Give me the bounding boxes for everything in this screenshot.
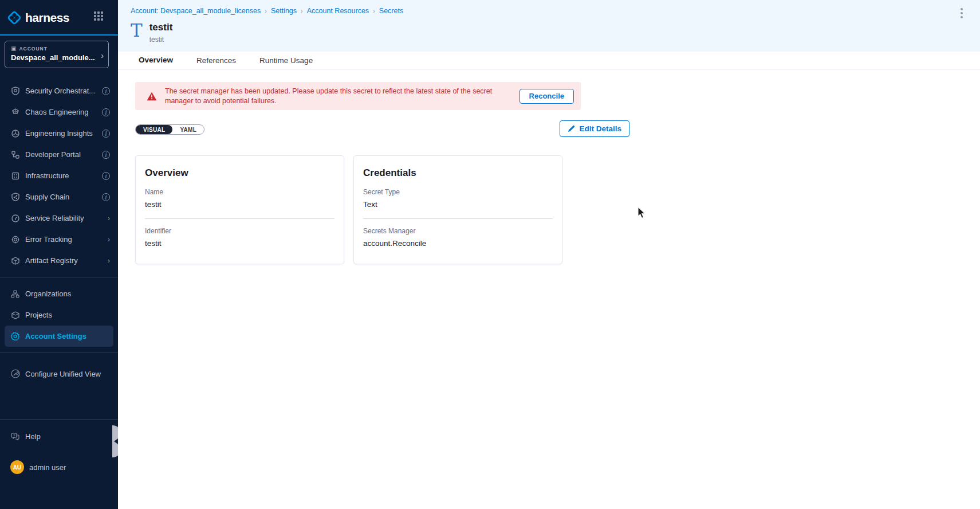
gear-icon: [10, 331, 20, 341]
svg-text:?: ?: [13, 433, 15, 437]
visual-yaml-toggle[interactable]: VISUAL YAML: [135, 124, 204, 135]
sidebar-item-projects[interactable]: Projects: [0, 304, 118, 326]
toggle-yaml[interactable]: YAML: [172, 125, 204, 134]
view-toggle-row: VISUAL YAML Edit Details: [135, 120, 581, 138]
sidebar-item-artifact-registry[interactable]: Artifact Registry ›: [0, 250, 118, 271]
sidebar-item-error-tracking[interactable]: Error Tracking ›: [0, 229, 118, 250]
field-value: account.Reconcile: [363, 239, 553, 248]
sidebar-item-configure-unified-view[interactable]: Configure Unified View: [0, 361, 118, 386]
chevron-right-icon: ›: [101, 51, 104, 60]
banner-message: The secret manager has been updated. Ple…: [165, 87, 511, 106]
breadcrumb-settings-link[interactable]: Settings: [271, 7, 297, 15]
tab-bar: Overview References Runtime Usage: [118, 52, 980, 69]
chaos-icon: [10, 107, 20, 117]
sidebar-item-user-profile[interactable]: AU admin user: [0, 456, 118, 479]
card-title: Credentials: [363, 167, 553, 179]
sidebar-item-security-orchestration[interactable]: Security Orchestrat... i: [0, 80, 118, 101]
logo-text: harness: [25, 11, 69, 25]
sidebar-item-supply-chain[interactable]: Supply Chain i: [0, 186, 118, 207]
field-label: Name: [145, 188, 334, 196]
cube-icon: [10, 256, 20, 265]
sidebar-item-chaos-engineering[interactable]: Chaos Engineering i: [0, 101, 118, 123]
detail-cards: Overview Name testit Identifier testit C…: [135, 155, 562, 264]
breadcrumb-account-resources-link[interactable]: Account Resources: [307, 7, 369, 15]
tab-references[interactable]: References: [196, 56, 236, 70]
tab-content: The secret manager has been updated. Ple…: [118, 69, 980, 509]
reliability-icon: [10, 213, 20, 223]
portal-icon: [10, 150, 20, 159]
insights-icon: [10, 128, 20, 138]
infrastructure-icon: [10, 171, 20, 181]
org-chart-icon: [10, 289, 20, 299]
info-icon[interactable]: i: [102, 193, 110, 201]
page-title: testit: [149, 22, 173, 33]
info-icon[interactable]: i: [102, 151, 110, 159]
sidebar-item-help[interactable]: ? Help: [0, 426, 118, 447]
account-selector[interactable]: ▣ ACCOUNT Devspace_all_module... ›: [5, 41, 109, 68]
app-root: harness ▣ ACCOUNT Devspace_all_module...…: [0, 0, 980, 509]
account-scope-icon: ▣: [11, 45, 16, 52]
sidebar-divider: [0, 419, 118, 420]
sidebar-item-service-reliability[interactable]: Service Reliability ›: [0, 207, 118, 229]
sidebar-item-organizations[interactable]: Organizations: [0, 283, 118, 304]
edit-details-label: Edit Details: [579, 124, 621, 133]
card-divider: [145, 218, 334, 219]
harness-logo-icon: [7, 10, 22, 25]
sidebar-divider: [0, 353, 118, 353]
chevron-right-icon: ›: [108, 236, 110, 244]
avatar: AU: [10, 460, 24, 474]
info-icon[interactable]: i: [102, 130, 110, 138]
breadcrumb-secrets-link[interactable]: Secrets: [379, 7, 403, 15]
tab-overview[interactable]: Overview: [139, 56, 173, 71]
field-value: testit: [145, 239, 334, 248]
sidebar-accent-line: [0, 34, 118, 36]
module-grid-icon[interactable]: [94, 11, 104, 22]
text-secret-type-icon: T: [131, 22, 143, 39]
target-icon: [10, 234, 20, 244]
sidebar-item-infrastructure[interactable]: Infrastructure i: [0, 165, 118, 186]
edit-details-button[interactable]: Edit Details: [560, 120, 629, 137]
wrench-icon: [10, 369, 20, 379]
chevron-right-icon: ›: [301, 7, 303, 14]
sidebar: harness ▣ ACCOUNT Devspace_all_module...…: [0, 0, 118, 509]
info-icon[interactable]: i: [102, 172, 110, 180]
card-divider: [363, 218, 553, 219]
account-scope-label: ACCOUNT: [19, 46, 48, 52]
shield-icon: [10, 86, 20, 96]
page-subtitle: testit: [149, 36, 173, 44]
sidebar-item-engineering-insights[interactable]: Engineering Insights i: [0, 123, 118, 144]
warning-icon: [147, 92, 157, 101]
account-name: Devspace_all_module...: [11, 53, 103, 62]
field-label: Secrets Manager: [363, 227, 553, 235]
breadcrumb-account-link[interactable]: Account: Devspace_all_module_licenses: [131, 7, 261, 15]
field-value: Text: [363, 200, 553, 209]
sidebar-divider: [0, 277, 118, 277]
logo[interactable]: harness: [7, 9, 111, 26]
sidebar-item-account-settings[interactable]: Account Settings: [5, 326, 113, 347]
sidebar-item-developer-portal[interactable]: Developer Portal i: [0, 144, 118, 165]
reconcile-button[interactable]: Reconcile: [519, 89, 574, 104]
chevron-right-icon: ›: [108, 214, 110, 222]
chevron-right-icon: ›: [265, 7, 267, 14]
page-header: Account: Devspace_all_module_licenses › …: [118, 0, 980, 52]
chevron-right-icon: ›: [373, 7, 375, 14]
main-area: Account: Devspace_all_module_licenses › …: [118, 0, 980, 509]
pencil-icon: [568, 125, 575, 132]
field-label: Secret Type: [363, 188, 553, 196]
kebab-menu-icon[interactable]: [957, 8, 966, 21]
title-block: T testit testit: [131, 22, 172, 44]
breadcrumb: Account: Devspace_all_module_licenses › …: [131, 7, 403, 15]
supply-chain-icon: [10, 192, 20, 202]
projects-cube-icon: [10, 310, 20, 320]
tab-runtime-usage[interactable]: Runtime Usage: [259, 56, 313, 70]
reconcile-warning-banner: The secret manager has been updated. Ple…: [135, 82, 581, 110]
chevron-right-icon: ›: [108, 257, 110, 265]
info-icon[interactable]: i: [102, 108, 110, 116]
field-value: testit: [145, 200, 334, 209]
overview-card: Overview Name testit Identifier testit: [135, 155, 344, 264]
collapse-left-icon: [114, 438, 118, 444]
sidebar-nav: Security Orchestrat... i Chaos Engineeri…: [0, 80, 118, 386]
info-icon[interactable]: i: [102, 87, 110, 95]
card-title: Overview: [145, 167, 334, 179]
toggle-visual[interactable]: VISUAL: [136, 125, 172, 134]
